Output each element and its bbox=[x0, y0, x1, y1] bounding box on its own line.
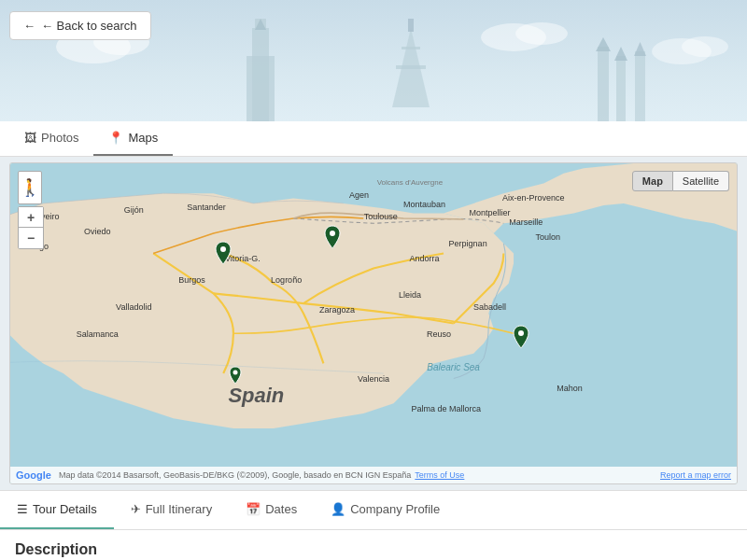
label-volcans: Volcans d'Auvergne bbox=[377, 178, 443, 187]
city-palma: Palma de Mallorca bbox=[412, 404, 482, 413]
city-zaragoza: Zaragoza bbox=[319, 305, 355, 315]
hero-area: ← ← Back to search bbox=[0, 0, 747, 121]
city-oviedo: Oviedo bbox=[84, 227, 111, 236]
svg-point-23 bbox=[220, 246, 226, 252]
city-toulouse: Toulouse bbox=[364, 212, 398, 221]
map-type-map-button[interactable]: Map bbox=[632, 171, 673, 191]
company-profile-label: Company Profile bbox=[350, 502, 440, 516]
google-logo: Google bbox=[16, 469, 51, 481]
svg-point-25 bbox=[518, 330, 524, 336]
description-section: Description bbox=[0, 530, 747, 560]
map-footer: Google Map data ©2014 Basarsoft, GeoBasi… bbox=[10, 467, 737, 483]
map-pin-madrid[interactable] bbox=[228, 365, 243, 389]
terms-of-service-link[interactable]: Terms of Use bbox=[415, 470, 464, 480]
zoom-in-button[interactable]: + bbox=[19, 207, 43, 228]
tour-details-icon: ☰ bbox=[17, 502, 28, 516]
map-controls: 🚶 + − bbox=[18, 171, 44, 249]
map-canvas[interactable]: Viveiro Gijón Santander Oviedo Lugo Vito… bbox=[10, 163, 737, 483]
city-gijon: Gijón bbox=[124, 205, 144, 215]
media-tabs: 🖼 Photos 📍 Maps bbox=[0, 121, 747, 157]
svg-point-24 bbox=[330, 231, 335, 236]
full-itinerary-label: Full Itinerary bbox=[146, 502, 213, 516]
svg-marker-9 bbox=[596, 37, 611, 51]
svg-rect-7 bbox=[408, 19, 414, 32]
tab-photos[interactable]: 🖼 Photos bbox=[9, 121, 93, 156]
svg-point-17 bbox=[515, 22, 568, 45]
back-arrow-icon: ← bbox=[23, 19, 35, 33]
zoom-controls: + − bbox=[18, 206, 44, 249]
city-montauban: Montauban bbox=[403, 200, 445, 209]
city-burgos: Burgos bbox=[178, 275, 205, 285]
svg-marker-11 bbox=[614, 47, 627, 61]
svg-rect-12 bbox=[635, 51, 645, 121]
city-montpellier: Montpellier bbox=[469, 208, 510, 217]
svg-rect-1 bbox=[247, 56, 275, 121]
city-reuso: Reuso bbox=[427, 329, 451, 339]
city-aix: Aix-en-Provence bbox=[502, 193, 565, 203]
city-salamanca: Salamanca bbox=[77, 329, 119, 339]
maps-pin-icon: 📍 bbox=[108, 131, 123, 145]
back-to-search-button[interactable]: ← ← Back to search bbox=[9, 11, 151, 40]
tab-company-profile[interactable]: 👤 Company Profile bbox=[314, 491, 457, 529]
back-button-label: ← Back to search bbox=[41, 19, 137, 33]
dates-calendar-icon: 📅 bbox=[246, 502, 261, 516]
map-type-selector: Map Satellite bbox=[632, 171, 729, 191]
svg-point-26 bbox=[233, 371, 238, 375]
map-pin-bilbao[interactable] bbox=[214, 240, 233, 270]
city-lleida: Lleida bbox=[399, 290, 421, 300]
photos-tab-label: Photos bbox=[41, 131, 78, 145]
svg-rect-8 bbox=[598, 47, 609, 121]
description-title: Description bbox=[15, 541, 732, 558]
city-valladolid: Valladolid bbox=[116, 302, 151, 312]
maps-tab-label: Maps bbox=[128, 131, 158, 145]
map-container: Viveiro Gijón Santander Oviedo Lugo Vito… bbox=[9, 162, 738, 484]
map-attribution: Map data ©2014 Basarsoft, GeoBasis-DE/BK… bbox=[59, 470, 411, 480]
pegman-control[interactable]: 🚶 bbox=[18, 171, 42, 204]
svg-marker-13 bbox=[634, 42, 646, 56]
tab-tour-details[interactable]: ☰ Tour Details bbox=[0, 491, 114, 529]
city-andorra: Andorra bbox=[409, 254, 439, 263]
city-logrono: Logroño bbox=[271, 275, 302, 285]
tab-full-itinerary[interactable]: ✈ Full Itinerary bbox=[114, 491, 230, 529]
report-map-error-link[interactable]: Report a map error bbox=[660, 470, 731, 480]
bottom-navigation-tabs: ☰ Tour Details ✈ Full Itinerary 📅 Dates … bbox=[0, 490, 747, 530]
zoom-out-button[interactable]: − bbox=[19, 228, 43, 248]
itinerary-icon: ✈ bbox=[131, 502, 141, 516]
svg-rect-10 bbox=[616, 56, 626, 121]
city-sabadell: Sabadell bbox=[473, 302, 506, 312]
city-toulon: Toulon bbox=[535, 232, 560, 242]
map-type-satellite-button[interactable]: Satellite bbox=[673, 171, 729, 191]
city-santander: Santander bbox=[187, 203, 226, 212]
city-mahon: Mahon bbox=[557, 384, 583, 393]
tab-dates[interactable]: 📅 Dates bbox=[229, 491, 314, 529]
map-pin-barcelona[interactable] bbox=[512, 324, 530, 354]
dates-label: Dates bbox=[265, 502, 297, 516]
svg-point-19 bbox=[682, 36, 728, 57]
city-agen: Agen bbox=[349, 190, 369, 200]
city-marseille: Marseille bbox=[509, 217, 543, 227]
city-perpignan: Perpignan bbox=[449, 239, 487, 248]
map-pin-san-sebastian[interactable] bbox=[323, 224, 342, 254]
city-valencia: Valencia bbox=[358, 374, 389, 384]
tab-maps[interactable]: 📍 Maps bbox=[93, 121, 173, 156]
svg-rect-6 bbox=[402, 47, 420, 49]
label-balearic: Balearic Sea bbox=[427, 362, 480, 372]
tour-details-label: Tour Details bbox=[33, 502, 97, 516]
photos-icon: 🖼 bbox=[24, 131, 36, 145]
company-profile-icon: 👤 bbox=[331, 502, 345, 516]
svg-rect-5 bbox=[396, 65, 426, 69]
